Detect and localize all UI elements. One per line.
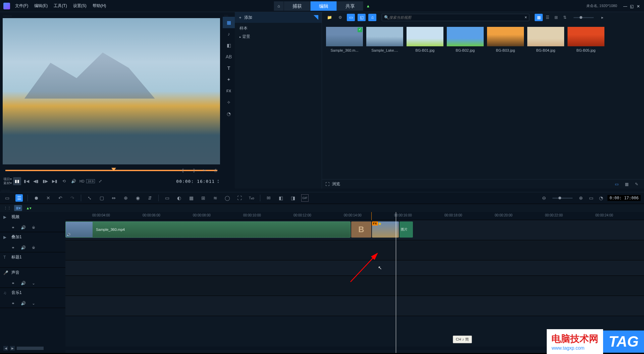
drag-handle[interactable]: :::::::: [0, 189, 644, 192]
clip-sample-video[interactable]: Sample_360.mp4 🔊 [65, 221, 351, 238]
split-icon[interactable]: ✂ [201, 166, 209, 174]
filter-photo-icon[interactable]: ◱ [358, 14, 366, 21]
scrub-marker[interactable] [371, 212, 372, 220]
scroll-right-icon[interactable]: ▶ [10, 346, 15, 351]
redo-button[interactable]: ↷ [69, 194, 76, 202]
track-header-overlay[interactable]: ▶叠加1 ⚭🔊※ [0, 232, 65, 252]
clip-transition[interactable]: B [351, 221, 371, 238]
timecode-spinner[interactable]: ▲▼ [217, 179, 219, 184]
track-video[interactable]: Sample_360.mp4 🔊 B FX ★ 图片 [65, 220, 644, 240]
mode-share[interactable]: 共享 [337, 1, 364, 11]
minimize-button[interactable]: — [623, 4, 627, 8]
zoom-slider[interactable] [552, 198, 573, 199]
tool-gif-icon[interactable]: GIF [301, 194, 309, 202]
sort-icon[interactable]: ⇅ [561, 14, 569, 21]
loop-button[interactable]: ⟲ [60, 177, 68, 185]
track-header-video[interactable]: ▶视频 ⚭🔊※ [0, 212, 65, 232]
timeline-timecode[interactable]: 0:00: 17:006 [607, 195, 641, 201]
search-input[interactable] [389, 15, 525, 19]
tool-6-icon[interactable]: ⇵ [146, 194, 154, 202]
fit-project-icon[interactable]: ▭ [587, 194, 595, 202]
tool-13-icon[interactable]: ⛶ [236, 194, 243, 202]
mode-capture[interactable]: 捕获 [284, 1, 311, 11]
timeline-view-icon[interactable]: ☰ [15, 194, 23, 202]
menu-help[interactable]: 帮助(H) [93, 3, 106, 9]
footer-btn3-icon[interactable]: ✎ [633, 181, 641, 188]
expand-icon[interactable]: ⌄ [32, 301, 35, 306]
motion-tab-icon[interactable]: ◔ [223, 108, 235, 119]
collapse-icon[interactable]: ▸ [598, 14, 606, 21]
link-icon[interactable]: ⚭ [11, 281, 15, 286]
expand-icon[interactable]: ⛶ [325, 182, 329, 187]
prev-frame-button[interactable]: ◀▮ [32, 177, 40, 185]
home-button[interactable]: ⌂ [274, 1, 284, 11]
filter-audio-icon[interactable]: ♫ [368, 14, 376, 21]
menu-edit[interactable]: 编辑(E) [34, 3, 48, 9]
library-item[interactable]: BG-B01.jpg [407, 27, 443, 175]
settings-gear-icon[interactable]: ⚙ [336, 14, 344, 21]
mute-icon[interactable]: 🔊 [21, 245, 26, 250]
tool-9-icon[interactable]: ▦ [187, 194, 195, 202]
library-item[interactable]: Sample_Lake.... [366, 27, 403, 175]
timeline-scrollbar[interactable]: ◀ ▶ [3, 346, 641, 351]
tool-16-icon[interactable]: ◨ [289, 194, 297, 202]
mixer-icon[interactable]: ✕ [45, 194, 52, 202]
sub-btn-3[interactable]: ▲▾ [25, 205, 33, 211]
menu-file[interactable]: 文件(F) [15, 3, 28, 9]
next-frame-button[interactable]: ▮▶ [41, 177, 49, 185]
favorite-flag-icon[interactable] [314, 15, 318, 20]
tree-sample[interactable]: 样本 [235, 23, 322, 33]
drag-handle[interactable]: :::::::: [2, 14, 221, 17]
tree-background[interactable]: 背景 [235, 33, 322, 41]
library-item[interactable]: Sample_360.m... [326, 27, 363, 175]
media-tab-icon[interactable]: ▦ [223, 17, 235, 28]
lock-icon[interactable]: ※ [32, 245, 35, 250]
zoom-out-icon[interactable]: ⊖ [540, 194, 548, 202]
clear-search-icon[interactable]: × [525, 15, 527, 20]
tool-2-icon[interactable]: ▢ [98, 194, 105, 202]
record-icon[interactable]: ⏺ [33, 194, 40, 202]
track-header-title[interactable]: T标题1 [0, 252, 65, 268]
go-end-button[interactable]: ▶▮ [51, 177, 59, 185]
titles-tab-icon[interactable]: T [223, 62, 235, 74]
scroll-thumb[interactable] [17, 347, 44, 350]
view-thumb-icon[interactable]: ▦ [535, 14, 543, 21]
maximize-button[interactable]: ◱ [630, 4, 634, 8]
view-grid-icon[interactable]: ⊞ [552, 14, 560, 21]
clip-image[interactable]: FX ★ [372, 221, 399, 238]
aspect-ratio[interactable]: 16:9 [86, 179, 95, 183]
mute-icon[interactable]: 🔊 [21, 281, 26, 286]
volume-button[interactable]: 🔊 [69, 177, 77, 185]
track-title[interactable] [65, 260, 644, 276]
tool-8-icon[interactable]: ◐ [175, 194, 183, 202]
view-list-icon[interactable]: ☰ [543, 14, 551, 21]
tool-11-icon[interactable]: ≋ [212, 194, 219, 202]
mute-icon[interactable]: 🔊 [21, 301, 26, 306]
tool-5-icon[interactable]: ◉ [134, 194, 142, 202]
timeline-ruler[interactable]: 00:00:04:00 00:00:06:00 00:00:08:00 00:0… [65, 212, 644, 220]
clip-tail[interactable]: 图片 [399, 221, 413, 238]
fx-tab-icon[interactable]: FX [223, 85, 235, 97]
link-icon[interactable]: ⚭ [11, 301, 15, 306]
footer-btn2-icon[interactable]: ▦ [623, 181, 631, 188]
track-music[interactable] [65, 296, 644, 316]
scroll-left-icon[interactable]: ◀ [3, 346, 8, 351]
link-icon[interactable]: ⚭ [11, 245, 15, 250]
snapshot-icon[interactable]: ⎙ [211, 166, 219, 174]
track-header-voice[interactable]: 🎤声音 ⚭🔊⌄ [0, 268, 65, 288]
mute-icon[interactable]: 🔊 [21, 225, 26, 230]
add-button[interactable]: ＋ 添加 [238, 15, 252, 20]
lock-icon[interactable]: ※ [32, 225, 35, 230]
mode-edit[interactable]: 编辑 [311, 1, 337, 11]
tool-10-icon[interactable]: ⊞ [200, 194, 207, 202]
mark-out-icon[interactable]: ⟧ [190, 166, 198, 174]
tool-4-icon[interactable]: ⊕ [122, 194, 129, 202]
preview-viewport[interactable] [3, 18, 220, 164]
playhead[interactable] [396, 212, 396, 353]
ar-tab-icon[interactable]: ✧ [223, 97, 235, 108]
import-folder-icon[interactable]: 📁 [325, 14, 333, 21]
hd-badge[interactable]: HD [79, 180, 85, 183]
clock-icon[interactable]: ◔ [597, 194, 605, 202]
play-button[interactable]: ▮▮ [13, 177, 21, 185]
close-button[interactable]: ✕ [637, 4, 641, 8]
